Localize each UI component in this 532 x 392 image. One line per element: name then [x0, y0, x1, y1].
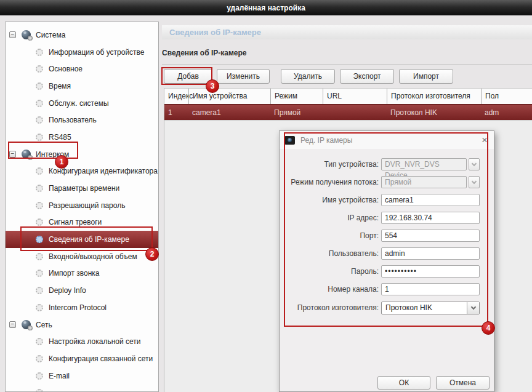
- gear-icon: [36, 253, 43, 260]
- channel-input[interactable]: [381, 283, 480, 295]
- gear-icon: [36, 355, 43, 362]
- sidebar-item-rs485[interactable]: RS485: [6, 129, 158, 146]
- gear-icon: [36, 202, 43, 209]
- sidebar-tree: − Система Информация об устройстве Основ…: [5, 22, 159, 392]
- device-type-label: Тип устройства:: [282, 158, 379, 170]
- sidebar-item-id-configuration[interactable]: Конфигурация идентификатора: [6, 163, 158, 180]
- tree-label: Обслуж. системы: [49, 99, 109, 108]
- sidebar-item-time[interactable]: Время: [6, 78, 158, 95]
- ip-address-input[interactable]: [381, 212, 480, 224]
- window-titlebar[interactable]: удалённая настройка: [0, 0, 532, 15]
- device-name-field-row: Имя устройства:: [280, 194, 494, 206]
- tree-label: Deploy Info: [49, 286, 86, 295]
- sidebar-item-system-maintenance[interactable]: Обслуж. системы: [6, 95, 158, 112]
- camera-icon: [284, 136, 295, 145]
- protocol-select[interactable]: Протокол HIK: [381, 302, 480, 314]
- tree-label: Разрешающий пароль: [49, 201, 125, 210]
- sidebar-item-ip-camera-info[interactable]: Сведения об IP-камере: [6, 231, 158, 248]
- stream-mode-value: Прямой: [381, 176, 467, 188]
- column-header-protocol[interactable]: Протокол изготовителя: [387, 89, 481, 104]
- chevron-down-icon: [469, 176, 480, 188]
- channel-label: Номер канала:: [282, 283, 379, 295]
- gear-icon: [36, 304, 43, 311]
- column-header-user[interactable]: Пол: [481, 89, 532, 104]
- ok-button[interactable]: ОК: [377, 376, 430, 390]
- device-name-input[interactable]: [381, 194, 480, 206]
- add-button[interactable]: Добав: [164, 69, 212, 84]
- port-input[interactable]: [381, 230, 480, 242]
- port-field-row: Порт:: [280, 230, 494, 242]
- stream-mode-field-row: Режим получения потока: Прямой: [280, 176, 494, 188]
- sidebar-item-local-network[interactable]: Настройка локальной сети: [6, 333, 158, 350]
- ip-address-field-row: IP адрес:: [280, 212, 494, 224]
- sidebar-item-alarm-signal[interactable]: Сигнал тревоги: [6, 214, 158, 231]
- globe-gear-icon: [22, 150, 31, 159]
- tree-label: Интерком: [36, 150, 69, 159]
- sidebar-item-email[interactable]: E-mail: [6, 367, 158, 385]
- collapse-icon[interactable]: −: [9, 321, 16, 328]
- gear-icon: [36, 82, 43, 90]
- column-header-stream-mode[interactable]: Режим получе...: [270, 89, 323, 104]
- sidebar-item-permission-password[interactable]: Разрешающий пароль: [6, 197, 158, 214]
- collapse-icon[interactable]: −: [9, 31, 16, 38]
- gear-icon: [36, 65, 43, 73]
- tree-label: Пользователь: [49, 116, 97, 124]
- user-input[interactable]: [381, 247, 480, 260]
- sidebar-group-network[interactable]: − Сеть: [6, 316, 158, 334]
- sidebar-item-general[interactable]: Основное: [6, 60, 158, 78]
- cancel-button[interactable]: Отмена: [436, 376, 490, 390]
- sidebar-item-user[interactable]: Пользователь: [6, 111, 158, 129]
- import-button[interactable]: Импорт: [399, 69, 453, 84]
- stream-mode-label: Режим получения потока:: [282, 176, 379, 188]
- gear-icon: [36, 49, 43, 56]
- sidebar-item-io-volume[interactable]: Входной/выходной объем: [6, 248, 158, 265]
- table-row[interactable]: 1 camera1 Прямой Протокол HIK adm: [164, 104, 532, 121]
- column-header-device-name[interactable]: Имя устройства: [188, 89, 270, 104]
- tree-label: Время: [49, 82, 71, 90]
- gear-icon: [36, 372, 43, 380]
- ip-address-label: IP адрес:: [282, 212, 379, 224]
- device-type-value: DVR_NVR_DVS Device: [381, 158, 467, 170]
- user-label: Пользователь:: [282, 247, 379, 260]
- sidebar-item-device-info[interactable]: Информация об устройстве: [6, 44, 158, 61]
- sidebar-group-system[interactable]: − Система: [6, 26, 158, 44]
- gear-icon: [36, 134, 43, 141]
- chevron-down-icon: [469, 158, 480, 170]
- section-title: Сведения об IP-камере: [162, 49, 246, 57]
- row-user: adm: [481, 105, 532, 121]
- sidebar-item-time-parameters[interactable]: Параметры времени: [6, 180, 158, 197]
- sidebar-item-deploy-info[interactable]: Deploy Info: [6, 282, 158, 299]
- tree-label: Входной/выходной объем: [49, 252, 137, 261]
- sidebar-item-intercom-protocol[interactable]: Intercom Protocol: [6, 299, 158, 316]
- sidebar-item-linked-network[interactable]: Конфигурация связанной сети: [6, 350, 158, 367]
- device-name-label: Имя устройства:: [282, 194, 379, 206]
- collapse-icon[interactable]: −: [9, 151, 16, 158]
- row-device-name: camera1: [188, 105, 270, 121]
- tree-label: Intercom Protocol: [49, 303, 107, 312]
- column-header-index[interactable]: Индекс: [164, 89, 188, 104]
- sidebar-item-partial[interactable]: [6, 384, 158, 392]
- user-field-row: Пользователь:: [280, 247, 494, 260]
- sidebar-group-intercom[interactable]: − Интерком: [6, 146, 158, 163]
- dialog-title: Ред. IP камеры: [300, 136, 482, 145]
- gear-icon: [36, 116, 43, 124]
- gear-icon: [36, 185, 43, 192]
- protocol-field-row: Протокол изготовителя: Протокол HIK: [280, 302, 494, 314]
- tree-label: Система: [36, 31, 65, 39]
- gear-icon: [36, 100, 43, 107]
- dialog-titlebar[interactable]: Ред. IP камеры ×: [280, 131, 494, 149]
- close-icon[interactable]: ×: [482, 135, 488, 145]
- gear-icon: [36, 167, 43, 175]
- gear-icon: [36, 270, 43, 277]
- tree-label: Информация об устройстве: [49, 48, 145, 57]
- column-header-url[interactable]: URL: [323, 89, 387, 104]
- tree-label: Сигнал тревоги: [49, 218, 102, 226]
- sidebar-item-ring-import[interactable]: Импорт звонка: [6, 265, 158, 282]
- chevron-down-icon[interactable]: [467, 302, 479, 314]
- protocol-value: Протокол HIK: [385, 302, 432, 314]
- edit-button[interactable]: Изменить: [217, 69, 270, 84]
- tree-label: RS485: [49, 133, 71, 142]
- password-input[interactable]: [381, 265, 480, 278]
- delete-button[interactable]: Удалить: [281, 69, 335, 84]
- export-button[interactable]: Экспорт: [340, 69, 394, 84]
